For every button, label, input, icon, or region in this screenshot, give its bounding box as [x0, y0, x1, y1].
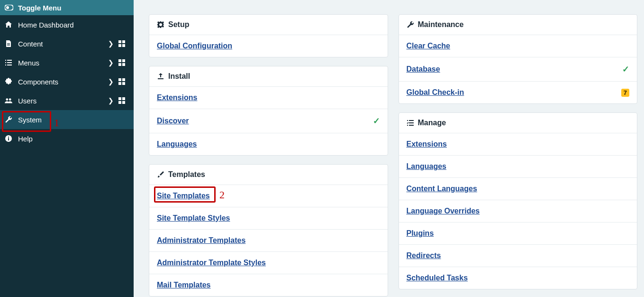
dashboard-grid-icon[interactable] [118, 97, 125, 104]
panel-header: Maintenance [399, 15, 637, 35]
sidebar-item-label: Home Dashboard [18, 21, 134, 29]
check-icon: ✓ [622, 64, 629, 74]
panel-title: Setup [168, 20, 189, 29]
link-content-languages[interactable]: Content Languages [407, 185, 477, 193]
svg-rect-11 [8, 138, 9, 140]
svg-rect-6 [5, 65, 6, 65]
panel-row: Discover✓ [149, 109, 388, 133]
panel-row: Languages [399, 156, 637, 178]
dashboard-grid-icon[interactable] [118, 78, 125, 85]
svg-rect-4 [5, 62, 6, 63]
link-extensions[interactable]: Extensions [157, 93, 197, 102]
svg-point-9 [9, 98, 11, 101]
sidebar-item-label: Users [18, 97, 108, 105]
sidebar-item-label: Content [18, 40, 108, 48]
file-icon [5, 40, 18, 47]
link-redirects[interactable]: Redirects [407, 251, 441, 260]
sidebar: Toggle Menu Home Dashboard Content ❯ Men… [0, 0, 134, 297]
link-languages[interactable]: Languages [407, 162, 446, 171]
link-languages[interactable]: Languages [157, 140, 197, 148]
link-language-overrides[interactable]: Language Overrides [407, 207, 480, 215]
sidebar-item-label: Help [18, 135, 134, 143]
svg-rect-13 [407, 120, 408, 121]
sidebar-nav: Home Dashboard Content ❯ Menus ❯ Compone… [0, 15, 134, 148]
link-mail-templates[interactable]: Mail Templates [157, 281, 211, 289]
count-badge: 7 [621, 89, 629, 97]
svg-rect-14 [409, 120, 414, 121]
sidebar-item-home-dashboard[interactable]: Home Dashboard [0, 15, 134, 34]
gear-icon [157, 21, 168, 28]
panel-row: Extensions [399, 133, 637, 156]
link-scheduled-tasks[interactable]: Scheduled Tasks [407, 274, 468, 282]
link-administrator-template-styles[interactable]: Administrator Template Styles [157, 259, 266, 267]
panel-install: InstallExtensionsDiscover✓Languages [149, 66, 388, 156]
list-icon [5, 59, 18, 66]
sidebar-item-label: Menus [18, 59, 108, 67]
panel-row: Global Configuration [149, 35, 388, 57]
sidebar-item-menus[interactable]: Menus ❯ [0, 53, 134, 72]
svg-rect-16 [407, 125, 408, 126]
toggle-menu-button[interactable]: Toggle Menu [0, 0, 134, 15]
panel-row: Administrator Templates [149, 230, 388, 252]
sidebar-item-help[interactable]: Help [0, 129, 134, 148]
wrench-icon [5, 116, 18, 123]
panel-row: Extensions [149, 87, 388, 109]
link-discover[interactable]: Discover [157, 117, 189, 125]
link-plugins[interactable]: Plugins [407, 229, 434, 238]
link-database[interactable]: Database [407, 65, 440, 74]
link-site-template-styles[interactable]: Site Template Styles [157, 214, 230, 223]
panel-row: Site Templates2 [149, 185, 388, 207]
sidebar-item-components[interactable]: Components ❯ [0, 72, 134, 91]
sidebar-item-content[interactable]: Content ❯ [0, 34, 134, 53]
panel-header: Install [149, 66, 388, 87]
chevron-right-icon: ❯ [108, 59, 118, 66]
panel-title: Manage [418, 119, 446, 127]
panel-row: Redirects [399, 245, 637, 267]
link-extensions[interactable]: Extensions [407, 140, 447, 148]
left-column: SetupGlobal ConfigurationInstallExtensio… [149, 14, 388, 297]
panel-row: Language Overrides [399, 200, 637, 223]
sidebar-item-users[interactable]: Users ❯ [0, 91, 134, 110]
check-icon: ✓ [373, 116, 380, 126]
dashboard-grid-icon[interactable] [118, 59, 125, 66]
svg-rect-2 [5, 60, 6, 61]
link-site-templates[interactable]: Site Templates [157, 192, 210, 200]
panel-row: Scheduled Tasks [399, 267, 637, 289]
main-content: SetupGlobal ConfigurationInstallExtensio… [134, 0, 644, 297]
link-administrator-templates[interactable]: Administrator Templates [157, 236, 245, 245]
puzzle-icon [5, 78, 18, 85]
sidebar-item-label: Components [18, 78, 108, 86]
panel-title: Templates [168, 170, 205, 179]
panel-row: Database✓ [399, 57, 637, 82]
panel-templates: TemplatesSite Templates2Site Template St… [149, 164, 388, 297]
panel-header: Templates [149, 165, 388, 185]
listcheck-icon [407, 119, 418, 127]
panel-row: Plugins [399, 223, 637, 245]
dashboard-grid-icon[interactable] [118, 40, 125, 47]
annotation-number-2: 2 [219, 189, 225, 201]
chevron-right-icon: ❯ [108, 97, 118, 104]
svg-point-1 [6, 6, 9, 9]
info-icon [5, 135, 18, 142]
wrench-icon [407, 21, 418, 28]
panel-row: Content Languages [399, 178, 637, 200]
sidebar-item-system[interactable]: System [0, 110, 134, 129]
right-column: MaintenanceClear CacheDatabase✓Global Ch… [399, 14, 638, 297]
svg-rect-5 [7, 62, 12, 63]
link-global-check-in[interactable]: Global Check-in [407, 88, 464, 97]
panel-row: Languages [149, 133, 388, 155]
panel-row: Global Check-in7 [399, 82, 637, 103]
panel-manage: ManageExtensionsLanguagesContent Languag… [399, 112, 638, 289]
link-clear-cache[interactable]: Clear Cache [407, 42, 451, 50]
svg-rect-7 [7, 65, 12, 65]
panel-title: Install [168, 72, 190, 81]
panel-maintenance: MaintenanceClear CacheDatabase✓Global Ch… [399, 14, 638, 104]
link-global-configuration[interactable]: Global Configuration [157, 42, 232, 50]
svg-rect-17 [409, 125, 414, 126]
panel-row: Clear Cache [399, 35, 637, 57]
sidebar-item-label: System [18, 116, 134, 124]
chevron-right-icon: ❯ [108, 40, 118, 47]
brush-icon [157, 171, 168, 178]
toggle-icon [5, 5, 18, 10]
panel-setup: SetupGlobal Configuration [149, 14, 388, 57]
